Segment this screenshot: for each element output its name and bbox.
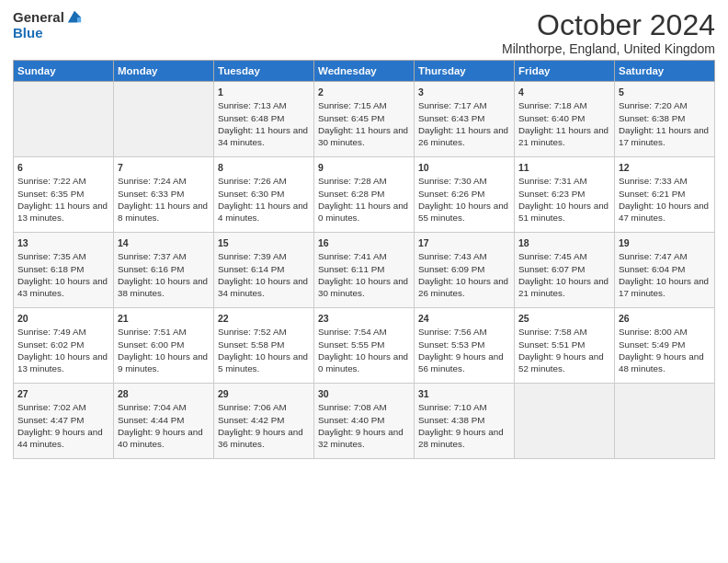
week-row-1: 6Sunrise: 7:22 AMSunset: 6:35 PMDaylight… (14, 157, 715, 233)
day-number: 26 (619, 312, 711, 325)
cell-text: Sunrise: 7:26 AM (218, 175, 310, 187)
day-number: 25 (518, 312, 610, 325)
header-row: SundayMondayTuesdayWednesdayThursdayFrid… (14, 61, 715, 82)
cell-text: Sunrise: 7:47 AM (619, 250, 711, 262)
cell-text: Sunset: 4:42 PM (218, 414, 310, 426)
week-row-4: 27Sunrise: 7:02 AMSunset: 4:47 PMDayligh… (14, 384, 715, 459)
day-number: 16 (318, 236, 410, 249)
day-number: 28 (118, 387, 210, 400)
cell-4-2: 29Sunrise: 7:06 AMSunset: 4:42 PMDayligh… (214, 384, 314, 459)
cell-text: Sunset: 6:04 PM (619, 263, 711, 275)
cell-1-0: 6Sunrise: 7:22 AMSunset: 6:35 PMDaylight… (14, 157, 114, 233)
cell-text: Sunrise: 7:51 AM (118, 326, 210, 338)
cell-text: Daylight: 10 hours and 30 minutes. (318, 275, 410, 299)
cell-text: Sunset: 5:58 PM (218, 339, 310, 350)
week-row-2: 13Sunrise: 7:35 AMSunset: 6:18 PMDayligh… (14, 233, 715, 308)
cell-text: Sunset: 6:23 PM (518, 188, 610, 200)
cell-text: Daylight: 9 hours and 52 minutes. (518, 350, 610, 374)
cell-text: Daylight: 10 hours and 0 minutes. (318, 350, 410, 374)
logo-general: General (13, 10, 64, 26)
cell-0-5: 4Sunrise: 7:18 AMSunset: 6:40 PMDaylight… (515, 82, 615, 157)
cell-text: Sunrise: 7:15 AM (318, 99, 410, 111)
cell-text: Sunset: 6:48 PM (218, 112, 310, 124)
day-number: 5 (619, 86, 711, 98)
day-number: 29 (218, 387, 310, 400)
cell-3-6: 26Sunrise: 8:00 AMSunset: 5:49 PMDayligh… (615, 308, 715, 384)
cell-text: Daylight: 10 hours and 43 minutes. (17, 275, 109, 299)
cell-text: Sunset: 6:00 PM (118, 339, 210, 350)
cell-2-3: 16Sunrise: 7:41 AMSunset: 6:11 PMDayligh… (314, 233, 415, 308)
cell-text: Daylight: 10 hours and 34 minutes. (218, 275, 310, 299)
cell-text: Sunset: 5:51 PM (518, 339, 610, 350)
cell-text: Daylight: 11 hours and 8 minutes. (118, 200, 210, 224)
cell-text: Sunrise: 7:31 AM (518, 175, 610, 187)
cell-1-2: 8Sunrise: 7:26 AMSunset: 6:30 PMDaylight… (214, 157, 314, 233)
cell-text: Sunrise: 7:28 AM (318, 175, 410, 187)
logo: General Blue (13, 9, 83, 41)
cell-text: Sunset: 4:47 PM (17, 414, 109, 426)
cell-0-4: 3Sunrise: 7:17 AMSunset: 6:43 PMDaylight… (415, 82, 515, 157)
col-header-friday: Friday (515, 61, 615, 82)
cell-text: Sunset: 6:02 PM (17, 339, 109, 350)
cell-text: Sunrise: 7:39 AM (218, 250, 310, 262)
cell-text: Sunrise: 7:49 AM (17, 326, 109, 338)
cell-text: Sunrise: 7:52 AM (218, 326, 310, 338)
calendar-table: SundayMondayTuesdayWednesdayThursdayFrid… (13, 60, 715, 459)
cell-4-0: 27Sunrise: 7:02 AMSunset: 4:47 PMDayligh… (14, 384, 114, 459)
day-number: 19 (619, 236, 711, 249)
cell-text: Sunrise: 7:04 AM (118, 401, 210, 413)
cell-text: Sunrise: 7:17 AM (418, 99, 510, 111)
cell-1-5: 11Sunrise: 7:31 AMSunset: 6:23 PMDayligh… (515, 157, 615, 233)
cell-text: Sunset: 6:28 PM (318, 188, 410, 200)
cell-text: Sunrise: 7:22 AM (17, 175, 109, 187)
cell-text: Daylight: 9 hours and 56 minutes. (418, 350, 510, 374)
col-header-saturday: Saturday (615, 61, 715, 82)
svg-marker-1 (77, 17, 81, 22)
cell-text: Sunset: 6:30 PM (218, 188, 310, 200)
cell-text: Sunrise: 7:35 AM (17, 250, 109, 262)
cell-text: Sunset: 6:16 PM (118, 263, 210, 275)
cell-text: Daylight: 10 hours and 55 minutes. (418, 200, 510, 224)
cell-text: Sunset: 6:07 PM (518, 263, 610, 275)
cell-text: Sunset: 6:38 PM (619, 112, 711, 124)
cell-text: Sunset: 5:49 PM (619, 339, 711, 350)
col-header-wednesday: Wednesday (314, 61, 415, 82)
col-header-tuesday: Tuesday (214, 61, 314, 82)
day-number: 10 (418, 161, 510, 174)
cell-text: Sunrise: 7:06 AM (218, 401, 310, 413)
cell-2-1: 14Sunrise: 7:37 AMSunset: 6:16 PMDayligh… (114, 233, 214, 308)
cell-text: Daylight: 9 hours and 44 minutes. (17, 426, 109, 450)
cell-text: Sunrise: 7:13 AM (218, 99, 310, 111)
cell-text: Sunset: 6:45 PM (318, 112, 410, 124)
cell-text: Sunset: 6:35 PM (17, 188, 109, 200)
cell-0-6: 5Sunrise: 7:20 AMSunset: 6:38 PMDaylight… (615, 82, 715, 157)
day-number: 12 (619, 161, 711, 174)
cell-3-4: 24Sunrise: 7:56 AMSunset: 5:53 PMDayligh… (415, 308, 515, 384)
cell-4-3: 30Sunrise: 7:08 AMSunset: 4:40 PMDayligh… (314, 384, 415, 459)
cell-1-1: 7Sunrise: 7:24 AMSunset: 6:33 PMDaylight… (114, 157, 214, 233)
cell-text: Daylight: 9 hours and 32 minutes. (318, 426, 410, 450)
cell-4-5 (515, 384, 615, 459)
cell-4-4: 31Sunrise: 7:10 AMSunset: 4:38 PMDayligh… (415, 384, 515, 459)
col-header-thursday: Thursday (415, 61, 515, 82)
cell-text: Daylight: 10 hours and 26 minutes. (418, 275, 510, 299)
cell-text: Daylight: 10 hours and 51 minutes. (518, 200, 610, 224)
week-row-3: 20Sunrise: 7:49 AMSunset: 6:02 PMDayligh… (14, 308, 715, 384)
cell-text: Sunrise: 7:56 AM (418, 326, 510, 338)
cell-text: Daylight: 11 hours and 17 minutes. (619, 124, 711, 148)
cell-text: Sunset: 4:44 PM (118, 414, 210, 426)
cell-text: Sunrise: 7:20 AM (619, 99, 711, 111)
cell-text: Sunset: 4:38 PM (418, 414, 510, 426)
cell-3-5: 25Sunrise: 7:58 AMSunset: 5:51 PMDayligh… (515, 308, 615, 384)
day-number: 21 (118, 312, 210, 325)
cell-1-6: 12Sunrise: 7:33 AMSunset: 6:21 PMDayligh… (615, 157, 715, 233)
cell-3-3: 23Sunrise: 7:54 AMSunset: 5:55 PMDayligh… (314, 308, 415, 384)
cell-text: Sunset: 6:09 PM (418, 263, 510, 275)
day-number: 2 (318, 86, 410, 98)
cell-text: Daylight: 10 hours and 21 minutes. (518, 275, 610, 299)
cell-text: Sunset: 6:26 PM (418, 188, 510, 200)
day-number: 15 (218, 236, 310, 249)
cell-text: Sunset: 6:33 PM (118, 188, 210, 200)
cell-text: Sunset: 6:14 PM (218, 263, 310, 275)
day-number: 14 (118, 236, 210, 249)
